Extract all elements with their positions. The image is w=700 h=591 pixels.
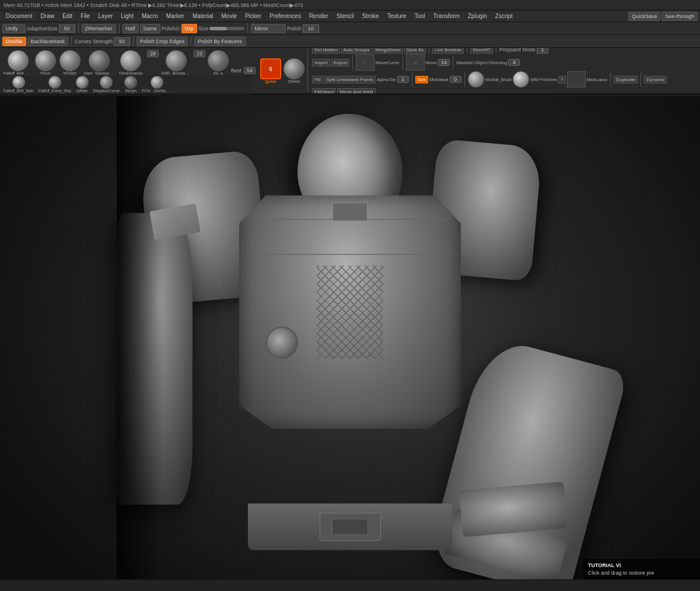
brush-sub-label-inflate: Inflate — [76, 89, 88, 93]
chest-line-2 — [250, 254, 450, 255]
help-button[interactable]: ? — [558, 76, 565, 83]
brush-sub-inflate[interactable]: Inflate — [76, 76, 89, 93]
brush-sub-label-morph: Morph — [125, 89, 136, 93]
menu-file[interactable]: File — [77, 12, 93, 20]
menu-tool[interactable]: Tool — [411, 12, 428, 20]
brush-active-icon: Q — [260, 58, 281, 79]
menu-document[interactable]: Document — [2, 12, 36, 20]
menu-stencil[interactable]: Stencil — [333, 12, 358, 20]
d10 — [640, 72, 641, 86]
polypaint-input[interactable] — [537, 48, 548, 54]
smt-button[interactable]: Smt — [415, 76, 428, 83]
curves-input[interactable] — [114, 37, 130, 46]
menu-light[interactable]: Light — [117, 12, 137, 20]
brush-sub-pcn[interactable]: PCN - Surface De — [142, 76, 172, 93]
menu-texture[interactable]: Texture — [384, 12, 410, 20]
menu-picker[interactable]: Picker — [242, 12, 265, 20]
menu-stroke[interactable]: Stroke — [359, 12, 383, 20]
curves-label: Curves Strength — [75, 39, 113, 44]
store-mt-button[interactable]: StoreMT — [470, 48, 493, 54]
grp-button[interactable]: Grp — [181, 24, 197, 33]
brush-hpolish[interactable]: hPolish — [58, 50, 82, 75]
brush-sub-label-falloff: Falloff_Bell_Narr — [4, 89, 34, 93]
unify-button[interactable]: Unify — [2, 24, 26, 33]
menu-draw[interactable]: Draw — [37, 12, 58, 20]
half-button[interactable]: Half — [123, 24, 139, 33]
move-curve-icon[interactable]: ~ — [356, 54, 374, 71]
split-unmasked-button[interactable]: Split Unmasked Points — [324, 76, 375, 83]
dynamic-button[interactable]: Dynamic — [644, 76, 667, 83]
brush-num-23: 23 — [194, 50, 205, 57]
brush-delete[interactable]: Delete — [282, 58, 306, 83]
del-hidden-button[interactable]: Del Hidden — [312, 48, 340, 54]
adaptive-size-input[interactable] — [59, 25, 75, 33]
imm-primitives-icon[interactable] — [513, 71, 529, 88]
brush-trim[interactable]: TrimDynamic — [117, 50, 145, 75]
move-icon[interactable]: ↔ — [406, 54, 425, 71]
viewport[interactable] — [0, 96, 700, 579]
divider-5 — [133, 36, 134, 46]
d6 — [453, 55, 453, 69]
duplicate-button[interactable]: Duplicate — [614, 76, 638, 83]
polypaint-label: Polypaint Mode — [499, 48, 536, 53]
brush-icon-kit — [208, 50, 229, 71]
menu-material[interactable]: Material — [189, 12, 217, 20]
menu-edit[interactable]: Edit — [59, 12, 76, 20]
live-boolean-button[interactable]: Live Boolean — [432, 48, 464, 54]
auto-groups-button[interactable]: Auto Groups — [341, 48, 372, 54]
export-button[interactable]: Export — [331, 59, 349, 67]
polish-crisp-button[interactable]: Polish Crisp Edges — [136, 37, 188, 46]
mirror-weld-button[interactable]: Mirror And Weld — [337, 88, 375, 93]
divider-3 — [247, 23, 248, 33]
brush-sub-morph[interactable]: Morph — [124, 76, 137, 93]
brush-icon-hpolish — [60, 50, 80, 71]
zremesher-button[interactable]: ZRemesher — [82, 24, 116, 33]
masklasso-icon[interactable] — [567, 71, 586, 88]
quicksave-button[interactable]: QuickSave — [628, 12, 661, 21]
brush-label-delete: Delete — [288, 79, 300, 83]
brush-falloff-bell-wide[interactable]: Falloff_Bell_Wide — [4, 50, 33, 75]
save-as-button[interactable]: Save As — [404, 48, 426, 54]
same-button[interactable]: Same — [140, 24, 161, 33]
mirror-button[interactable]: Mirror — [251, 24, 286, 33]
tutorial-text: Click and drag to restore pre — [588, 570, 695, 576]
menu-layer[interactable]: Layer — [94, 12, 116, 20]
double-button[interactable]: Double — [2, 37, 26, 46]
fill-object-button[interactable]: FillObject — [312, 88, 336, 93]
polish-input[interactable] — [303, 25, 319, 33]
menu-preferences[interactable]: Preferences — [266, 12, 304, 20]
seethru-button[interactable]: See-through — [662, 12, 698, 21]
masked-val: 4 — [508, 59, 520, 66]
menu-transform[interactable]: Transform — [430, 12, 463, 20]
menu-movie[interactable]: Movie — [218, 12, 240, 20]
brush-active[interactable]: Q Quick — [259, 58, 282, 83]
fill-button[interactable]: Fill — [312, 76, 323, 83]
brush-kit[interactable]: Kit_a — [208, 50, 229, 75]
brush-sub-displace[interactable]: DisplaceCurve — [93, 76, 120, 93]
wrinkle-brush-icon[interactable] — [468, 71, 484, 88]
merge-down-button[interactable]: MergeDown — [373, 48, 403, 54]
polish-features-button[interactable]: Polish By Features — [194, 37, 246, 46]
brush-sub-icon-inflate — [76, 76, 89, 89]
status-bar: Mem 40.727GB • Active Mem 1842 • Scratch… — [0, 0, 700, 11]
move-curve-label: MoveCurve — [376, 60, 400, 65]
size-slider[interactable] — [209, 27, 244, 30]
brush-icon-xmd — [166, 50, 187, 71]
brush-dam[interactable]: Dam_Standard_C — [84, 50, 114, 75]
brush-sub-falloff[interactable]: Falloff_Bell_Narr — [4, 76, 34, 93]
brush-xmd[interactable]: XMD_Booleans_C — [161, 50, 191, 75]
menu-zscript[interactable]: Zscript — [492, 12, 516, 20]
menu-macro[interactable]: Macro — [138, 12, 162, 20]
menu-marker[interactable]: Marker — [163, 12, 188, 20]
chest-detail-lacing — [317, 265, 383, 359]
divider-4 — [71, 36, 72, 46]
menu-render[interactable]: Render — [306, 12, 332, 20]
brush-pinch[interactable]: Pinch — [35, 50, 56, 75]
menu-zplugin[interactable]: Zplugin — [464, 12, 491, 20]
import-button[interactable]: Import — [312, 59, 330, 67]
backface-mask-button[interactable]: BackfaceMask — [27, 37, 69, 46]
brush-icon-delete — [284, 58, 304, 79]
divider-2 — [119, 23, 120, 33]
belt-buckle — [320, 513, 381, 541]
brush-sub-extra[interactable]: Falloff_Extra_Sha — [38, 76, 71, 93]
